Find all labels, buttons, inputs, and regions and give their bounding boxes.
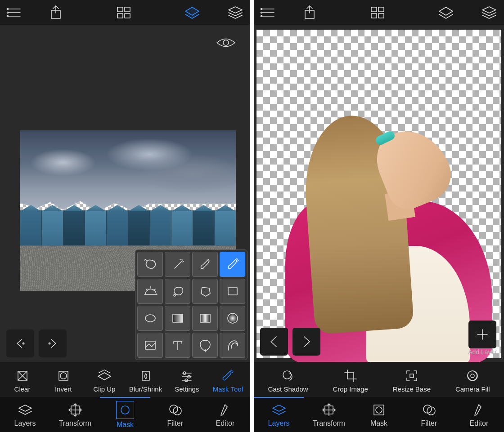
nav-mask[interactable]: Mask [100, 397, 150, 432]
add-layer-label: Add Layer [468, 348, 497, 356]
history-arrows [6, 330, 67, 357]
nav-editor[interactable]: Editor [200, 397, 250, 432]
undo-button[interactable] [6, 330, 34, 357]
magic-brush-tool[interactable] [220, 252, 245, 277]
gradient-radial-tool[interactable] [220, 306, 245, 331]
clear-button[interactable]: Clear [6, 368, 39, 393]
grid-icon[interactable] [116, 4, 131, 21]
ellipse-tool[interactable] [137, 306, 163, 331]
nav-layers-label: Layers [14, 419, 36, 428]
gradient-reflected-tool[interactable] [192, 306, 218, 331]
svg-point-71 [283, 371, 291, 379]
svg-point-33 [22, 343, 25, 345]
svg-marker-40 [98, 373, 111, 380]
shape-mask-tool[interactable] [192, 333, 218, 358]
camera-fill-label: Camera Fill [455, 385, 490, 393]
stack-icon[interactable] [437, 4, 454, 21]
nav-filter[interactable]: Filter [150, 397, 200, 432]
redo-button[interactable] [39, 330, 67, 357]
rectangle-tool[interactable] [220, 279, 245, 304]
camera-fill-button[interactable]: Camera Fill [455, 368, 490, 393]
crop-image-button[interactable]: Crop Image [333, 368, 368, 393]
image-mask-tool[interactable] [137, 333, 163, 358]
canvas-area[interactable] [0, 25, 250, 362]
gradient-linear-tool[interactable] [165, 306, 190, 331]
nav-layers[interactable]: Layers [254, 397, 304, 432]
top-toolbar [0, 0, 250, 25]
svg-point-52 [121, 406, 129, 414]
layer-subject[interactable] [276, 80, 474, 358]
mask-actions-bar: Clear Invert Clip Up Blur/Shrink Setting… [0, 362, 250, 397]
svg-line-17 [146, 289, 148, 290]
cast-shadow-button[interactable]: Cast Shadow [268, 368, 308, 393]
settings-button[interactable]: Settings [171, 368, 203, 393]
brush-tool[interactable] [192, 252, 218, 277]
polygon-tool[interactable] [192, 279, 218, 304]
nav-layers-label: Layers [268, 419, 290, 428]
clear-label: Clear [14, 385, 31, 393]
next-layer-button[interactable] [292, 328, 320, 356]
svg-rect-8 [117, 7, 123, 12]
text-mask-tool[interactable] [165, 333, 190, 358]
svg-rect-63 [371, 7, 377, 12]
prev-layer-button[interactable] [260, 328, 288, 356]
svg-marker-68 [482, 7, 496, 13]
nav-mask-label: Mask [117, 421, 134, 429]
layers-icon[interactable] [227, 4, 244, 21]
nav-editor[interactable]: Editor [454, 397, 504, 432]
bottom-nav: Layers Transform Mask Filter Editor [254, 397, 504, 432]
nav-transform[interactable]: Transform [304, 397, 354, 432]
svg-rect-9 [125, 7, 130, 12]
svg-marker-12 [185, 7, 199, 15]
svg-rect-24 [173, 314, 183, 322]
right-panel: Add Layer Cast Shadow Crop Image Resize … [254, 0, 504, 432]
svg-rect-65 [371, 13, 377, 18]
svg-rect-66 [378, 13, 384, 18]
layers-icon[interactable] [481, 4, 498, 21]
svg-rect-76 [410, 374, 414, 378]
blur-shrink-button[interactable]: Blur/Shrink [129, 368, 162, 393]
mask-tool-button[interactable]: Mask Tool [212, 368, 244, 393]
masktool-label: Mask Tool [213, 385, 243, 393]
layer-actions-bar: Cast Shadow Crop Image Resize Base Camer… [254, 362, 504, 397]
crop-image-label: Crop Image [333, 385, 368, 393]
grid-icon[interactable] [369, 4, 385, 21]
layer-nav-arrows [260, 328, 320, 356]
stack-active-icon[interactable] [184, 4, 201, 21]
list-icon[interactable] [6, 4, 22, 21]
svg-point-26 [228, 313, 238, 323]
nav-filter[interactable]: Filter [404, 397, 454, 432]
svg-rect-11 [125, 13, 130, 18]
settings-label: Settings [175, 385, 199, 393]
invert-button[interactable]: Invert [47, 368, 80, 393]
svg-marker-79 [273, 405, 285, 411]
share-icon[interactable] [302, 4, 318, 21]
nav-mask-label: Mask [370, 419, 387, 428]
resize-base-label: Resize Base [393, 385, 431, 393]
canvas-area[interactable]: Add Layer [254, 25, 504, 362]
share-icon[interactable] [48, 4, 64, 21]
visibility-toggle-icon[interactable] [216, 37, 236, 50]
nav-layers[interactable]: Layers [0, 397, 50, 432]
clip-up-button[interactable]: Clip Up [88, 368, 121, 393]
lasso-tool[interactable] [165, 279, 190, 304]
sunrise-tool[interactable] [137, 279, 163, 304]
svg-marker-48 [19, 405, 32, 411]
resize-base-button[interactable]: Resize Base [393, 368, 431, 393]
nav-transform[interactable]: Transform [50, 397, 100, 432]
nav-mask[interactable]: Mask [354, 397, 404, 432]
top-toolbar [254, 0, 504, 25]
add-layer-button[interactable]: Add Layer [468, 321, 497, 356]
svg-point-23 [145, 315, 155, 322]
hair-mask-tool[interactable] [220, 333, 245, 358]
magic-lasso-tool[interactable] [137, 252, 163, 277]
svg-rect-22 [228, 288, 237, 295]
svg-rect-10 [117, 13, 123, 18]
nav-filter-label: Filter [421, 419, 437, 428]
svg-rect-64 [378, 7, 384, 12]
svg-rect-25 [200, 314, 210, 322]
svg-point-39 [60, 373, 67, 379]
mask-tool-palette [135, 249, 248, 360]
magic-wand-tool[interactable] [165, 252, 190, 277]
list-icon[interactable] [260, 4, 276, 21]
